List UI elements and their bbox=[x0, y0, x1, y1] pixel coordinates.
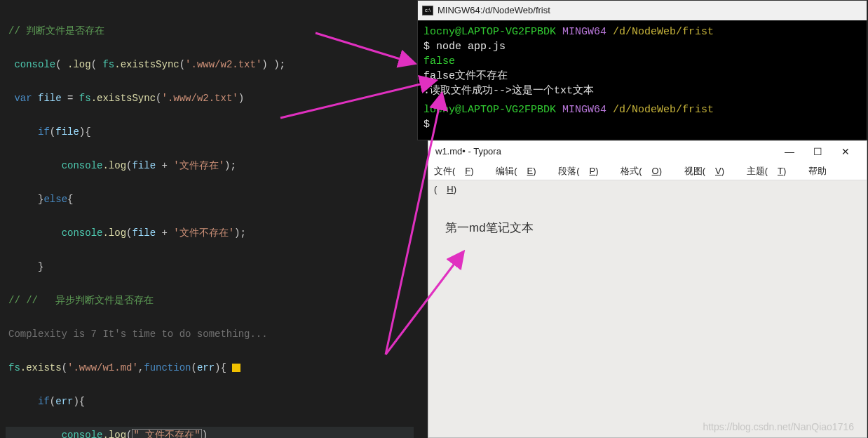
typora-window[interactable]: w1.md• - Typora — ☐ ✕ 文件(F) 编辑(E) 段落(P) … bbox=[428, 140, 867, 438]
code-editor[interactable]: // 判断文件是否存在 console( .log..loglog( fs.ex… bbox=[0, 0, 414, 438]
maximize-button[interactable]: ☐ bbox=[803, 141, 832, 162]
terminal-icon: c:\ bbox=[422, 6, 433, 15]
typora-title-text: w1.md• - Typora bbox=[435, 141, 501, 162]
typora-text: 第一md笔记文本 bbox=[445, 221, 534, 234]
terminal-window[interactable]: c:\ MINGW64:/d/NodeWeb/frist locny@LAPTO… bbox=[417, 0, 867, 140]
close-button[interactable]: ✕ bbox=[832, 141, 860, 162]
terminal-out-2: false文件不存在 bbox=[423, 69, 861, 84]
menu-edit[interactable]: 编辑(E) bbox=[496, 166, 545, 176]
typora-menubar[interactable]: 文件(F) 编辑(E) 段落(P) 格式(O) 视图(V) 主题(T) 帮助(H… bbox=[428, 162, 867, 180]
typora-content[interactable]: 第一md笔记文本 bbox=[428, 180, 867, 275]
terminal-title-text: MINGW64:/d/NodeWeb/frist bbox=[438, 1, 550, 20]
terminal-titlebar: c:\ MINGW64:/d/NodeWeb/frist bbox=[418, 1, 867, 20]
typora-titlebar: w1.md• - Typora — ☐ ✕ bbox=[428, 141, 867, 162]
terminal-output[interactable]: locny@LAPTOP-VG2FPBDK MINGW64 /d/NodeWeb… bbox=[418, 20, 867, 136]
menu-file[interactable]: 文件(F) bbox=[434, 166, 484, 176]
terminal-out-3: :读取文件成功-->这是一个txt文本 bbox=[423, 84, 861, 98]
menu-paragraph[interactable]: 段落(P) bbox=[558, 166, 608, 176]
comment: // 判断文件是否存在 bbox=[8, 25, 104, 36]
terminal-prompt: $ bbox=[423, 117, 861, 132]
menu-theme[interactable]: 主题(T) bbox=[747, 166, 796, 176]
terminal-out-1: false bbox=[423, 54, 861, 69]
terminal-command: $ node app.js bbox=[423, 39, 861, 54]
menu-format[interactable]: 格式(O) bbox=[621, 166, 672, 176]
watermark: https://blog.csdn.net/NanQiao1716 bbox=[703, 421, 854, 432]
minimize-button[interactable]: — bbox=[775, 141, 803, 162]
menu-view[interactable]: 视图(V) bbox=[684, 166, 734, 176]
complexity-warn-icon bbox=[232, 364, 240, 372]
